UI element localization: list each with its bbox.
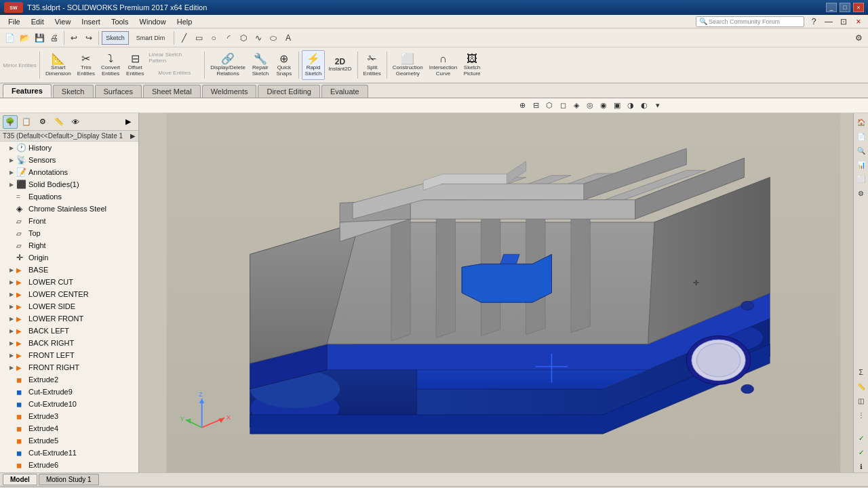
tree-item-back-left[interactable]: ▶ ▶ BACK LEFT <box>0 325 138 337</box>
tree-item-equations[interactable]: = Equations <box>0 190 138 203</box>
tree-item-sensors[interactable]: ▶ 📡 Sensors <box>0 154 138 166</box>
view-light-btn[interactable]: ◉ <box>597 100 610 112</box>
rs-3d-btn[interactable]: ⬜ <box>855 173 867 185</box>
minimize-icon2[interactable]: — <box>822 15 835 28</box>
tree-item-extrude7[interactable]: ◼ Extrude7 <box>0 471 138 472</box>
feature-manager-btn[interactable]: 🌳 <box>3 115 18 129</box>
instant2d-tool[interactable]: 2D Instant2D <box>326 50 354 80</box>
smart-dim-btn[interactable]: Smart Dim <box>130 31 171 45</box>
sketch-picture-tool[interactable]: 🖼 SketchPicture <box>460 50 484 80</box>
smart-dimension-tool[interactable]: 📐 SmartDimension <box>43 50 74 80</box>
menu-edit[interactable]: Edit <box>26 16 50 27</box>
quick-snaps-tool[interactable]: ⊕ QuickSnaps <box>273 50 296 80</box>
view-orient-btn[interactable]: ⊕ <box>516 100 528 112</box>
tab-sketch[interactable]: Sketch <box>53 85 94 98</box>
tree-item-solid-bodies[interactable]: ▶ ⬛ Solid Bodies(1) <box>0 178 138 190</box>
tree-item-base[interactable]: ▶ ▶ BASE <box>0 264 138 276</box>
tree-item-extrude4[interactable]: ◼ Extrude4 <box>0 422 138 434</box>
tree-item-front-left[interactable]: ▶ ▶ FRONT LEFT <box>0 349 138 361</box>
tree-item-lower-front[interactable]: ▶ ▶ LOWER FRONT <box>0 312 138 325</box>
redo-btn[interactable]: ↪ <box>82 31 96 45</box>
minimize-button[interactable]: _ <box>826 3 837 12</box>
resize-icon[interactable]: ⊡ <box>837 15 850 28</box>
tree-item-cut-extrude10[interactable]: ◼ Cut-Extrude10 <box>0 398 138 410</box>
tree-item-top[interactable]: ▱ Top <box>0 227 138 239</box>
tree-item-material[interactable]: ◈ Chrome Stainless Steel <box>0 203 138 215</box>
close-button[interactable]: × <box>853 3 864 12</box>
tree-item-origin[interactable]: ✛ Origin <box>0 251 138 264</box>
view-shadow-btn[interactable]: ◐ <box>638 100 650 112</box>
intersection-curve-tool[interactable]: ∩ IntersectionCurve <box>427 50 460 80</box>
arc-tool[interactable]: ◜ <box>222 31 235 45</box>
expand-btn[interactable]: ▶ <box>121 115 136 129</box>
save-btn[interactable]: 💾 <box>33 31 46 45</box>
tree-item-extrude6[interactable]: ◼ Extrude6 <box>0 459 138 471</box>
dim-expert-btn[interactable]: 📏 <box>52 115 66 129</box>
rs-compare-btn[interactable]: ◫ <box>855 394 867 407</box>
undo-btn[interactable]: ↩ <box>67 31 81 45</box>
rs-error-btn[interactable]: ✓ <box>855 446 867 458</box>
maximize-button[interactable]: □ <box>840 3 850 12</box>
window-controls[interactable]: _ □ × <box>826 3 864 12</box>
tree-item-lower-side[interactable]: ▶ ▶ LOWER SIDE <box>0 300 138 312</box>
spline-tool[interactable]: ∿ <box>252 31 265 45</box>
tree-item-extrude5[interactable]: ◼ Extrude5 <box>0 434 138 447</box>
text-tool[interactable]: A <box>281 31 295 45</box>
construction-geometry-tool[interactable]: ⬜ ConstructionGeometry <box>390 50 426 80</box>
rs-file-btn[interactable]: 📄 <box>855 130 867 142</box>
tab-sheet-metal[interactable]: Sheet Metal <box>143 85 201 98</box>
new-btn[interactable]: 📄 <box>3 31 16 45</box>
tree-item-extrude2[interactable]: ◼ Extrude2 <box>0 373 138 386</box>
linear-sketch-btn[interactable]: Linear Sketch Pattern <box>149 51 200 64</box>
sketch-btn[interactable]: Sketch <box>102 31 129 45</box>
convert-entities-tool[interactable]: ⤵ ConvertEntities <box>98 50 123 80</box>
menu-tools[interactable]: Tools <box>106 16 134 27</box>
rapid-sketch-tool[interactable]: ⚡ RapidSketch <box>302 50 325 80</box>
repair-sketch-tool[interactable]: 🔧 RepairSketch <box>249 50 272 80</box>
rs-chart-btn[interactable]: 📊 <box>855 159 867 171</box>
tree-item-lower-center[interactable]: ▶ ▶ LOWER CENTER <box>0 288 138 300</box>
mirror-entities-btn[interactable]: Mirror Entities <box>3 58 37 72</box>
ellipse-tool[interactable]: ⬭ <box>267 31 280 45</box>
rs-more-btn[interactable]: ⋮ <box>855 409 867 421</box>
tab-model[interactable]: Model <box>3 474 37 485</box>
property-manager-btn[interactable]: 📋 <box>19 115 34 129</box>
menu-window[interactable]: Window <box>134 16 172 27</box>
menu-view[interactable]: View <box>50 16 77 27</box>
view-more-btn[interactable]: ▾ <box>652 100 664 112</box>
view-hide-btn[interactable]: ◻ <box>557 100 569 112</box>
tree-item-extrude3[interactable]: ◼ Extrude3 <box>0 410 138 422</box>
tree-item-front-right[interactable]: ▶ ▶ FRONT RIGHT <box>0 361 138 373</box>
rs-measure-btn[interactable]: 📏 <box>855 380 867 392</box>
tab-features[interactable]: Features <box>3 84 52 98</box>
rs-settings-btn[interactable]: ⚙ <box>855 187 867 199</box>
split-entities-tool[interactable]: ✁ SplitEntities <box>361 50 384 80</box>
print-btn[interactable]: 🖨 <box>47 31 61 45</box>
tree-item-annotations[interactable]: ▶ 📝 Annotations <box>0 166 138 178</box>
tab-weldments[interactable]: Weldments <box>202 85 257 98</box>
display-manager-btn[interactable]: 👁 <box>68 115 83 129</box>
tree-item-cut-extrude11[interactable]: ◼ Cut-Extrude11 <box>0 447 138 459</box>
tree-item-history[interactable]: ▶ 🕐 History <box>0 142 138 154</box>
move-entities-btn[interactable]: Move Entities <box>149 66 200 79</box>
tree-item-back-right[interactable]: ▶ ▶ BACK RIGHT <box>0 337 138 349</box>
config-manager-btn[interactable]: ⚙ <box>35 115 50 129</box>
viewport[interactable]: www.rreg.cn <box>139 113 868 472</box>
rs-info-btn[interactable]: ℹ <box>855 460 867 472</box>
polygon-tool[interactable]: ⬡ <box>237 31 250 45</box>
close-icon2[interactable]: × <box>852 15 865 28</box>
rs-sigma-btn[interactable]: Σ <box>855 366 867 378</box>
view-scene-btn[interactable]: ◎ <box>584 100 596 112</box>
rs-search-btn[interactable]: 🔍 <box>855 144 867 157</box>
tree-item-lower-cut[interactable]: ▶ ▶ LOWER CUT <box>0 276 138 288</box>
view-realview-btn[interactable]: ◑ <box>625 100 637 112</box>
tree-item-cut-extrude9[interactable]: ◼ Cut-Extrude9 <box>0 386 138 398</box>
open-btn[interactable]: 📂 <box>18 31 31 45</box>
offset-entities-tool[interactable]: ⊟ OffsetEntities <box>123 50 146 80</box>
line-tool[interactable]: ╱ <box>177 31 191 45</box>
options-btn[interactable]: ⚙ <box>852 31 865 45</box>
tab-motion-study[interactable]: Motion Study 1 <box>39 474 99 485</box>
menu-insert[interactable]: Insert <box>76 16 106 27</box>
circle-tool[interactable]: ○ <box>207 31 220 45</box>
menu-file[interactable]: File <box>3 16 26 27</box>
